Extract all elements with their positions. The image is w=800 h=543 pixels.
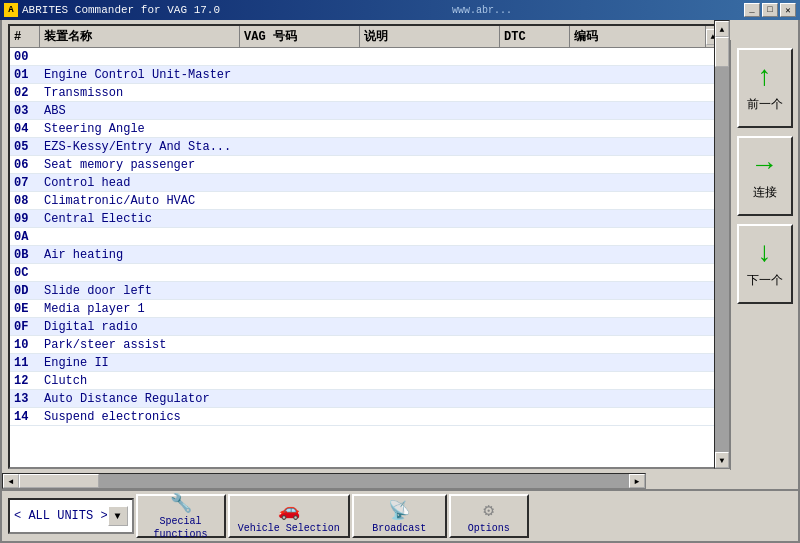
table-row[interactable]: 11Engine II: [10, 354, 722, 372]
table-cell: [240, 102, 360, 119]
table-cell: [360, 318, 500, 335]
h-scrollbar[interactable]: ◄ ►: [2, 473, 646, 489]
table-row[interactable]: 01Engine Control Unit-Master: [10, 66, 722, 84]
table-row[interactable]: 0BAir heating: [10, 246, 722, 264]
v-scroll-thumb[interactable]: [715, 37, 729, 67]
table-row[interactable]: 05EZS-Kessy/Entry And Sta...: [10, 138, 722, 156]
table-cell: [570, 156, 722, 173]
col-dtc: DTC: [500, 26, 570, 47]
table-cell: [240, 174, 360, 191]
table-cell: [240, 66, 360, 83]
title-bar-title: ABRITES Commander for VAG 17.0: [22, 4, 220, 16]
table-cell: [570, 192, 722, 209]
table-cell: [240, 300, 360, 317]
vehicle-selection-icon: 🚗: [278, 499, 300, 521]
table-row[interactable]: 10Park/steer assist: [10, 336, 722, 354]
table-cell: [500, 84, 570, 101]
table-cell: [500, 354, 570, 371]
table-cell: [240, 264, 360, 281]
table-cell: [40, 228, 240, 245]
options-button[interactable]: ⚙️ Options: [449, 494, 529, 538]
table-row[interactable]: 0A: [10, 228, 722, 246]
table-cell: 09: [10, 210, 40, 227]
table-cell: EZS-Kessy/Entry And Sta...: [40, 138, 240, 155]
table-row[interactable]: 09Central Electic: [10, 210, 722, 228]
table-cell: [360, 210, 500, 227]
table-cell: [570, 246, 722, 263]
v-scrollbar[interactable]: ▲ ▼: [714, 20, 730, 469]
table-row[interactable]: 13Auto Distance Regulator: [10, 390, 722, 408]
table-cell: [570, 336, 722, 353]
table-cell: [500, 102, 570, 119]
table-cell: [500, 408, 570, 425]
table-row[interactable]: 02Transmisson: [10, 84, 722, 102]
connect-label: 连接: [753, 184, 777, 201]
table-cell: 12: [10, 372, 40, 389]
broadcast-button[interactable]: 📡 Broadcast: [352, 494, 447, 538]
table-cell: [360, 102, 500, 119]
table-cell: [240, 156, 360, 173]
table-cell: [240, 120, 360, 137]
table-cell: Clutch: [40, 372, 240, 389]
table-row[interactable]: 14Suspend electronics: [10, 408, 722, 426]
table-cell: [570, 408, 722, 425]
table-cell: [360, 246, 500, 263]
table-cell: [500, 66, 570, 83]
table-cell: [240, 408, 360, 425]
table-row[interactable]: 0C: [10, 264, 722, 282]
close-button[interactable]: ✕: [780, 3, 796, 17]
table-cell: Media player 1: [40, 300, 240, 317]
dropdown-arrow-icon[interactable]: ▼: [108, 506, 128, 526]
table-cell: [360, 354, 500, 371]
broadcast-icon: 📡: [388, 499, 410, 521]
col-vag: VAG 号码: [240, 26, 360, 47]
v-scroll-track: [715, 37, 729, 452]
table-cell: 0C: [10, 264, 40, 281]
table-row[interactable]: 04Steering Angle: [10, 120, 722, 138]
table-cell: [360, 228, 500, 245]
table-cell: 06: [10, 156, 40, 173]
table-row[interactable]: 12Clutch: [10, 372, 722, 390]
table-row[interactable]: 0FDigital radio: [10, 318, 722, 336]
table-cell: [240, 138, 360, 155]
col-code: 编码: [570, 26, 706, 47]
special-functions-button[interactable]: 🔧 Special functions: [136, 494, 226, 538]
table-row[interactable]: 0DSlide door left: [10, 282, 722, 300]
special-functions-label2: functions: [154, 529, 208, 540]
table-header: # 装置名称 VAG 号码 说明 DTC 编码 ▲: [10, 26, 722, 48]
scroll-left-button[interactable]: ◄: [3, 474, 19, 488]
table-cell: Steering Angle: [40, 120, 240, 137]
table-cell: Digital radio: [40, 318, 240, 335]
table-cell: Central Electic: [40, 210, 240, 227]
table-row[interactable]: 07Control head: [10, 174, 722, 192]
table-row[interactable]: 00: [10, 48, 722, 66]
table-row[interactable]: 0EMedia player 1: [10, 300, 722, 318]
next-button[interactable]: ↓ 下一个: [737, 224, 793, 304]
table-cell: [240, 246, 360, 263]
table-cell: [240, 354, 360, 371]
table-cell: Air heating: [40, 246, 240, 263]
table-cell: [570, 210, 722, 227]
maximize-button[interactable]: □: [762, 3, 778, 17]
table-cell: 08: [10, 192, 40, 209]
scroll-right-button[interactable]: ►: [629, 474, 645, 488]
vehicle-selection-button[interactable]: 🚗 Vehicle Selection: [228, 494, 350, 538]
table-cell: [360, 390, 500, 407]
bottom-toolbar: < ALL UNITS > ▼ 🔧 Special functions 🚗 Ve…: [2, 489, 798, 541]
table-cell: [360, 264, 500, 281]
table-cell: [570, 300, 722, 317]
table-cell: [360, 192, 500, 209]
prev-button[interactable]: ↑ 前一个: [737, 48, 793, 128]
minimize-button[interactable]: _: [744, 3, 760, 17]
table-cell: [240, 192, 360, 209]
table-cell: [570, 138, 722, 155]
table-row[interactable]: 08Climatronic/Auto HVAC: [10, 192, 722, 210]
all-units-dropdown[interactable]: < ALL UNITS > ▼: [8, 498, 134, 534]
scroll-down-button[interactable]: ▼: [715, 452, 729, 468]
table-row[interactable]: 03ABS: [10, 102, 722, 120]
scroll-up-button[interactable]: ▲: [715, 21, 729, 37]
table-cell: [570, 390, 722, 407]
table-row[interactable]: 06Seat memory passenger: [10, 156, 722, 174]
table-cell: [240, 318, 360, 335]
connect-button[interactable]: → 连接: [737, 136, 793, 216]
